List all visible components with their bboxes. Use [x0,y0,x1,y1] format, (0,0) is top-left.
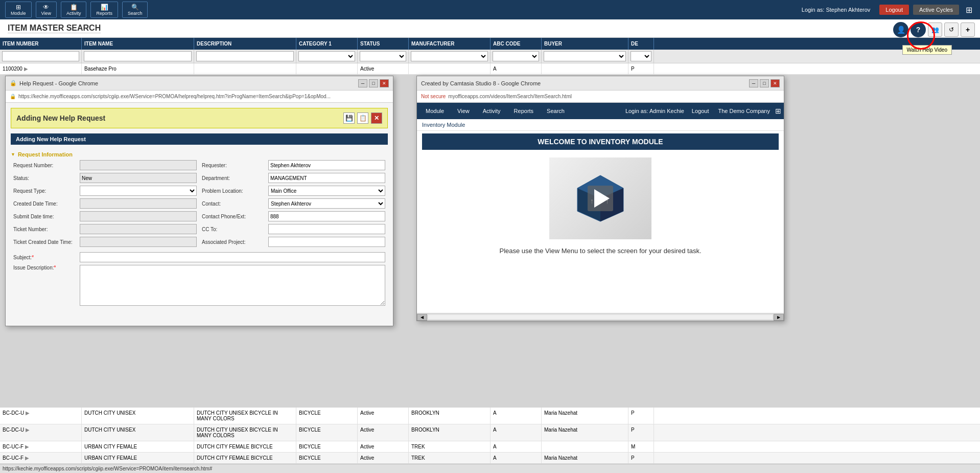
filter-de[interactable] [631,51,651,61]
refresh-icon-btn[interactable]: ↺ [944,22,959,37]
input-contact-phone[interactable] [268,211,385,221]
view-nav-btn[interactable]: 👁 View [36,2,57,18]
cell-description: DUTCH CITY UNISEX BICYCLE IN MANY COLORS [194,408,296,424]
dialog-x-btn[interactable]: ✕ [371,112,382,124]
input-submit-date[interactable] [80,211,197,221]
cell-status: Active [358,453,409,463]
logout-button[interactable]: Logout [879,5,909,15]
add-icon-btn[interactable]: + [961,22,975,37]
reports-nav-btn[interactable]: 📊 Reports [90,2,118,18]
cell-buyer [542,441,628,452]
video-maximize-btn[interactable]: □ [760,79,769,87]
dialog-url: https://kechie.myofficeapps.com/scripts/… [18,94,331,99]
form-row-subject: Subject:* [13,252,385,262]
input-ticket-number[interactable] [80,224,197,234]
row-arrow[interactable]: ▶ [26,410,30,416]
label-cc-to: CC To: [202,227,268,232]
cell-abc-code: A [491,453,542,463]
row-arrow[interactable]: ▶ [25,444,29,449]
dialog-section-header: Adding New Help Request [11,133,388,145]
dialog-close-btn[interactable]: ✕ [380,79,389,87]
scroll-track [428,315,773,319]
dialog-title-text: Adding New Help Request [16,114,105,122]
textarea-issue[interactable] [80,265,385,306]
person2-icon-btn[interactable]: 👥 [928,22,942,37]
video-reports-btn[interactable]: Reports [508,106,540,116]
cell-item-name: URBAN CITY FEMALE [82,441,194,452]
label-request-type: Request Type: [13,188,80,194]
play-button-overlay[interactable] [588,186,613,211]
video-minimize-btn[interactable]: ─ [749,79,758,87]
input-status[interactable] [80,173,197,183]
label-ticket-created: Ticket Created Date Time: [13,239,80,245]
top-nav-bar: ⊞ Module 👁 View 📋 Activity 📊 Reports 🔍 S… [0,0,980,19]
row-arrow[interactable]: ▶ [25,455,29,461]
video-activity-btn[interactable]: Activity [477,106,507,116]
input-department[interactable] [268,173,385,183]
filter-description[interactable] [196,51,294,61]
row-arrow[interactable]: ▶ [26,427,30,433]
video-login-text: Login as: Admin Kechie [625,108,684,114]
reports-icon: 📊 [101,4,108,11]
video-close-btn[interactable]: ✕ [771,79,780,87]
scroll-left-btn[interactable]: ◀ [417,314,427,321]
dialog-minimize-btn[interactable]: ─ [358,79,367,87]
filter-item-name[interactable] [84,51,192,61]
select-problem-location[interactable]: Main Office [268,186,385,196]
label-issue: Issue Description:* [13,265,80,271]
input-ticket-created[interactable] [80,237,197,247]
help-icon-btn[interactable]: ? [911,22,926,37]
col-header-buyer: BUYER [542,38,628,50]
input-created-date[interactable] [80,198,197,209]
cell-category1 [296,63,358,74]
cell-abc-code: A [491,441,542,452]
filter-item-number[interactable] [2,51,79,61]
form-row-contact: Contact: Stephen Akhterov [202,198,385,209]
activity-nav-btn[interactable]: 📋 Activity [61,2,87,18]
dialog-save-icon-btn[interactable]: 💾 [343,112,355,124]
filter-manufacturer[interactable] [411,51,488,61]
video-logout-btn[interactable]: Logout [688,106,713,116]
dialog-maximize-btn[interactable]: □ [369,79,378,87]
table-row: BC-UC-F ▶ URBAN CITY FEMALE DUTCH CITY F… [0,441,980,453]
video-chrome-bar: Created by Camtasia Studio 8 - Google Ch… [417,76,784,91]
cell-item-name: DUTCH CITY UNISEX [82,424,194,441]
input-associated-project[interactable] [268,237,385,247]
cell-buyer [542,63,628,74]
video-company-btn[interactable]: The Demo Company [714,106,775,116]
cell-abc-code: A [491,408,542,424]
scroll-right-btn[interactable]: ▶ [774,314,784,321]
user-icon-btn[interactable]: 👤 [893,22,908,37]
filter-abc-code[interactable] [493,51,539,61]
form-row-contact-phone: Contact Phone/Ext: [202,211,385,221]
search-nav-btn[interactable]: 🔍 Search [122,2,148,18]
video-view-btn[interactable]: View [451,106,476,116]
input-request-number[interactable] [80,160,197,170]
filter-buyer[interactable] [544,51,626,61]
grid-icon-btn[interactable]: ⊞ [963,4,975,16]
select-contact[interactable]: Stephen Akhterov [268,198,385,209]
row-arrow[interactable]: ▶ [24,66,28,72]
filter-category1[interactable] [298,51,355,61]
form-row-requester: Requester: [202,160,385,170]
input-cc-to[interactable] [268,224,385,234]
module-nav-btn[interactable]: ⊞ Module [5,2,32,18]
activity-icon: 📋 [70,4,78,11]
form-row-status: Status: [13,173,197,183]
table-row: BC-DC-U ▶ DUTCH CITY UNISEX DUTCH CITY U… [0,408,980,424]
select-request-type[interactable] [80,186,197,196]
dialog-copy-icon-btn[interactable]: 📋 [357,112,368,124]
filter-status[interactable] [360,51,406,61]
dialog-title-bar: Adding New Help Request 💾 📋 ✕ [11,108,388,128]
video-fullscreen-btn[interactable]: ⊞ [775,107,781,115]
active-cycles-button[interactable]: Active Cycles [913,5,959,15]
input-requester[interactable] [268,160,385,170]
table-row: BC-DC-U ▶ DUTCH CITY UNISEX DUTCH CITY U… [0,424,980,441]
cell-manufacturer: TREK [409,441,491,452]
video-thumbnail[interactable]: ↑ ↑ ↑ [549,157,651,239]
video-search-btn[interactable]: Search [541,106,571,116]
video-module-btn[interactable]: Module [419,106,450,116]
video-scrollbar[interactable]: ◀ ▶ [417,313,784,321]
cell-description [194,63,296,74]
input-subject[interactable] [80,252,385,262]
